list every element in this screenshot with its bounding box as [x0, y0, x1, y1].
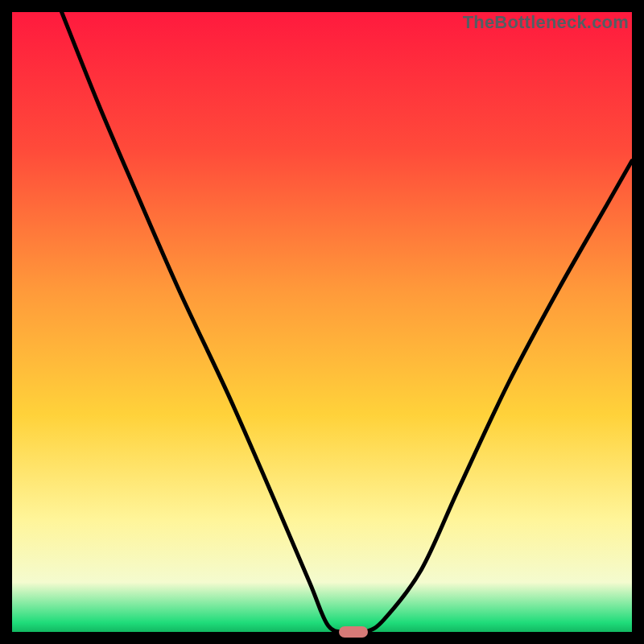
plot-area: TheBottleneck.com — [12, 12, 632, 632]
bottleneck-curve — [12, 12, 632, 632]
chart-stage: TheBottleneck.com — [0, 0, 644, 644]
optimum-marker — [339, 626, 368, 638]
attribution-watermark: TheBottleneck.com — [463, 12, 629, 33]
